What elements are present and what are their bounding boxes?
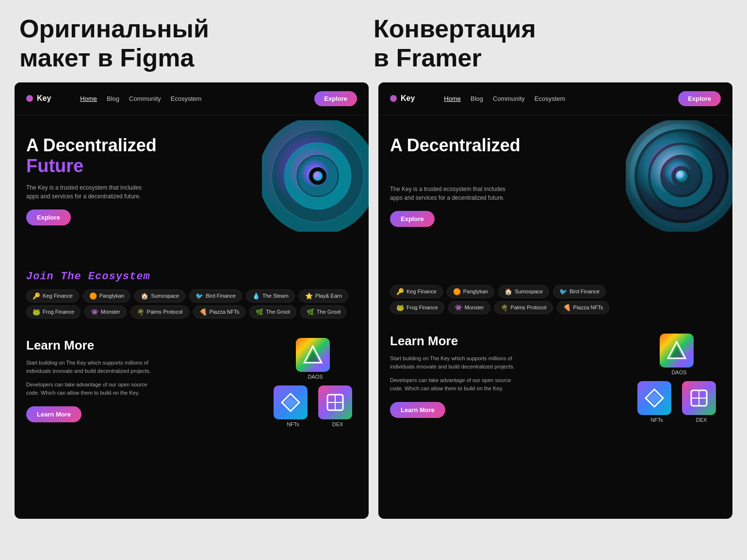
right-logo-dot: [390, 95, 397, 102]
right-nav: Key Home Blog Community Ecosystem Explor…: [378, 82, 732, 115]
tag-keg-finance[interactable]: 🔑Keg Finance: [26, 289, 79, 303]
tag-play-earn[interactable]: ⭐Play& Earn: [299, 289, 348, 303]
right-hero-orb: [626, 120, 732, 232]
right-nav-link-ecosystem[interactable]: Ecosystem: [535, 95, 566, 102]
right-nav-links: Home Blog Community Ecosystem: [444, 95, 678, 102]
tag-the-groot2[interactable]: 🌿The Groot: [300, 305, 347, 319]
left-nav: Key Home Blog Community Ecosystem Explor…: [15, 82, 369, 115]
tag-bird-finance[interactable]: 🐦Bird Finance: [189, 289, 242, 303]
nav-link-community[interactable]: Community: [129, 95, 161, 102]
left-panel: Key Home Blog Community Ecosystem Explor…: [15, 82, 369, 519]
daos-icon-box: [296, 338, 330, 372]
right-dex-icon-box: [682, 381, 716, 415]
right-hero-explore-button[interactable]: Explore: [390, 211, 435, 227]
left-heading: Оригинальный макет в Figma: [19, 15, 374, 73]
nav-link-home[interactable]: Home: [80, 95, 97, 102]
svg-point-4: [313, 171, 323, 181]
right-learn-more-button[interactable]: Learn More: [390, 402, 445, 418]
right-panel: Key Home Blog Community Ecosystem Explor…: [378, 82, 732, 519]
right-tag-monster[interactable]: 👾Monster: [448, 301, 490, 314]
right-hero: A Decentralized The Key is a trusted eco…: [378, 115, 732, 261]
svg-point-17: [676, 170, 687, 182]
nav-explore-button[interactable]: Explore: [314, 91, 357, 106]
tag-the-steam[interactable]: 💧The Steam: [246, 289, 295, 303]
right-daos-icon-card: DAOS: [660, 334, 698, 375]
dex-icon-card: DEX: [318, 385, 357, 427]
hero-explore-button[interactable]: Explore: [26, 209, 71, 225]
right-tag-bird-finance[interactable]: 🐦Bird Finance: [553, 285, 606, 298]
right-daos-icon-box: [660, 334, 694, 368]
right-tag-panglykan[interactable]: 🟠Panglykan: [447, 285, 494, 298]
tag-frog-finance[interactable]: 🐸Frog Finance: [26, 305, 81, 319]
left-join-section: Join The Ecosystem 🔑Keg Finance 🟠Panglyk…: [15, 261, 369, 326]
left-learn-section: Learn More Start building on The Key whi…: [15, 326, 369, 437]
left-learn-icons-row: NFTs DEX: [274, 385, 357, 427]
nav-link-ecosystem[interactable]: Ecosystem: [171, 95, 202, 102]
svg-marker-6: [307, 350, 319, 362]
tag-the-groot1[interactable]: 🌿The Groot: [249, 305, 296, 319]
right-nav-link-blog[interactable]: Blog: [471, 95, 483, 102]
right-learn-right: DAOS NFTs: [637, 334, 721, 423]
tag-piazza-nfts[interactable]: 🍕Piazza NFTs: [193, 305, 246, 319]
right-logo: Key: [390, 94, 415, 103]
right-dex-icon-card: DEX: [682, 381, 721, 423]
right-learn-section: Learn More Start building on The Key whi…: [378, 322, 732, 432]
right-tag-frog-finance[interactable]: 🐸Frog Finance: [390, 301, 444, 314]
right-nav-link-community[interactable]: Community: [493, 95, 525, 102]
tag-palms-protocol[interactable]: 🌴Palms Protocol: [130, 305, 189, 319]
right-tag-palms-protocol[interactable]: 🌴Palms Protocol: [494, 301, 553, 314]
nav-link-blog[interactable]: Blog: [107, 95, 119, 102]
right-join-section: 🔑Keg Finance 🟠Panglykan 🏠Sumospace 🐦Bird…: [378, 275, 732, 322]
left-learn-left: Learn More Start building on The Key whi…: [26, 338, 264, 427]
left-hero: A Decentralized Future The Key is a trus…: [15, 115, 369, 261]
right-tags-row1: 🔑Keg Finance 🟠Panglykan 🏠Sumospace 🐦Bird…: [390, 285, 721, 298]
right-learn-icons-row: NFTs DEX: [637, 381, 721, 423]
left-nav-links: Home Blog Community Ecosystem: [80, 95, 314, 102]
right-tags-row2: 🐸Frog Finance 👾Monster 🌴Palms Protocol 🍕…: [390, 301, 721, 314]
hero-orb: [262, 120, 369, 232]
right-tag-keg-finance[interactable]: 🔑Keg Finance: [390, 285, 443, 298]
left-logo: Key: [26, 94, 51, 103]
daos-icon-card: DAOS: [296, 338, 335, 380]
right-tag-piazza-nfts[interactable]: 🍕Piazza NFTs: [557, 301, 610, 314]
learn-more-button[interactable]: Learn More: [26, 406, 81, 422]
nfts-icon-card: NFTs: [274, 385, 312, 427]
svg-marker-19: [671, 346, 682, 357]
right-tag-sumospace[interactable]: 🏠Sumospace: [498, 285, 549, 298]
right-learn-left: Learn More Start building on The Key whi…: [390, 334, 628, 423]
right-nfts-icon-card: NFTs: [637, 381, 676, 423]
tag-panglykan[interactable]: 🟠Panglykan: [83, 289, 130, 303]
logo-dot: [26, 95, 33, 102]
left-tags-row1: 🔑Keg Finance 🟠Panglykan 🏠Sumospace 🐦Bird…: [26, 289, 357, 303]
left-learn-right: DAOS NFTs: [274, 338, 357, 427]
right-nav-explore-button[interactable]: Explore: [678, 91, 721, 106]
nfts-icon-box: [274, 385, 308, 419]
dex-icon-box: [318, 385, 352, 419]
right-nav-link-home[interactable]: Home: [444, 95, 461, 102]
left-tags-row2: 🐸Frog Finance 👾Monster 🌴Palms Protocol 🍕…: [26, 305, 357, 319]
tag-monster[interactable]: 👾Monster: [84, 305, 127, 319]
tag-sumospace[interactable]: 🏠Sumospace: [134, 289, 185, 303]
right-heading: Конвертация в Framer: [374, 15, 728, 73]
right-nfts-icon-box: [637, 381, 671, 415]
